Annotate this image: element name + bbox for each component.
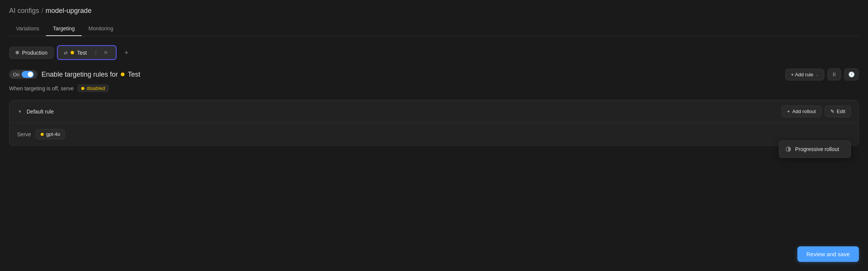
model-dot: [41, 133, 44, 136]
edit-rule-button[interactable]: ✎ Edit: [825, 106, 851, 117]
add-rule-chevron-icon: ⌄: [816, 72, 819, 77]
production-dot: [16, 51, 19, 54]
progressive-rollout-item[interactable]: Progressive rollout: [779, 142, 851, 156]
rollout-plus-icon: +: [787, 109, 790, 114]
targeting-toggle[interactable]: [22, 71, 34, 78]
serve-off-label: When targeting is off, serve: [9, 85, 74, 91]
env-title-dot: [121, 72, 125, 76]
targeting-history-button[interactable]: 🕐: [844, 68, 859, 80]
tab-variations[interactable]: Variations: [9, 22, 46, 36]
test-label: Test: [77, 50, 87, 56]
test-env-close-btn[interactable]: ✕: [102, 49, 110, 57]
rule-card-actions: + Add rollout ✎ Edit: [781, 106, 851, 117]
env-pill-test[interactable]: ⇄ Test ⋮ ✕: [57, 45, 117, 60]
targeting-controls: + Add rule ⌄ ⏸ 🕐: [785, 68, 859, 80]
add-rollout-button[interactable]: + Add rollout: [781, 106, 822, 117]
model-badge: gpt-4o: [36, 129, 65, 139]
review-save-button[interactable]: Review and save: [797, 246, 859, 262]
default-rule-card: ▾ Default rule + Add rollout ✎ Edit Serv…: [9, 100, 859, 146]
env-pill-production[interactable]: Production: [9, 47, 54, 59]
serve-row: Serve gpt-4o: [17, 129, 851, 139]
progressive-rollout-dropdown: Progressive rollout: [779, 140, 851, 158]
rule-collapse-button[interactable]: ▾: [17, 108, 23, 115]
swap-icon: ⇄: [64, 50, 68, 55]
on-label: On: [13, 72, 19, 77]
breadcrumb-parent[interactable]: AI configs: [9, 7, 39, 15]
serve-off-row: When targeting is off, serve disabled: [9, 84, 859, 92]
rule-title-label: Default rule: [27, 109, 54, 115]
collapse-icon: ▾: [19, 109, 21, 114]
tabs-bar: Variations Targeting Monitoring: [9, 22, 859, 36]
serve-label: Serve: [17, 131, 31, 137]
targeting-title-row: On Enable targeting rules for Test: [9, 70, 140, 79]
rule-card-header: ▾ Default rule + Add rollout ✎ Edit: [9, 100, 859, 123]
rule-card-title: ▾ Default rule: [17, 108, 54, 115]
test-dot: [71, 51, 74, 54]
targeting-pause-button[interactable]: ⏸: [827, 68, 841, 80]
breadcrumb-current: model-upgrade: [46, 7, 92, 15]
tab-monitoring[interactable]: Monitoring: [82, 22, 120, 36]
disabled-badge: disabled: [77, 84, 109, 92]
targeting-section: On Enable targeting rules for Test + Add…: [9, 68, 859, 92]
add-rollout-label: Add rollout: [792, 109, 816, 114]
add-rule-button[interactable]: + Add rule ⌄: [785, 69, 824, 80]
rule-content: Serve gpt-4o Progressive rollout: [9, 123, 859, 145]
tab-targeting[interactable]: Targeting: [46, 22, 82, 36]
add-rule-label: + Add rule: [791, 72, 813, 77]
edit-label: Edit: [837, 109, 845, 114]
test-env-actions: ⋮ ✕: [92, 49, 110, 57]
page-wrapper: AI configs / model-upgrade Variations Ta…: [0, 0, 868, 271]
model-label: gpt-4o: [46, 131, 60, 137]
add-environment-button[interactable]: +: [120, 46, 134, 59]
targeting-title: Enable targeting rules for Test: [41, 71, 140, 79]
targeting-header: On Enable targeting rules for Test + Add…: [9, 68, 859, 80]
test-env-more-btn[interactable]: ⋮: [92, 49, 100, 57]
progressive-rollout-label: Progressive rollout: [795, 146, 839, 152]
rollout-icon: [785, 146, 791, 152]
environment-row: Production ⇄ Test ⋮ ✕ +: [9, 45, 859, 60]
disabled-dot: [81, 87, 84, 90]
edit-pencil-icon: ✎: [830, 109, 835, 114]
on-badge[interactable]: On: [9, 70, 38, 79]
targeting-title-prefix: Enable targeting rules for: [41, 71, 118, 79]
production-label: Production: [22, 50, 47, 56]
breadcrumb-separator: /: [41, 7, 43, 15]
page-title: AI configs / model-upgrade: [9, 7, 859, 15]
targeting-env-name: Test: [128, 71, 140, 79]
disabled-label: disabled: [87, 85, 105, 91]
